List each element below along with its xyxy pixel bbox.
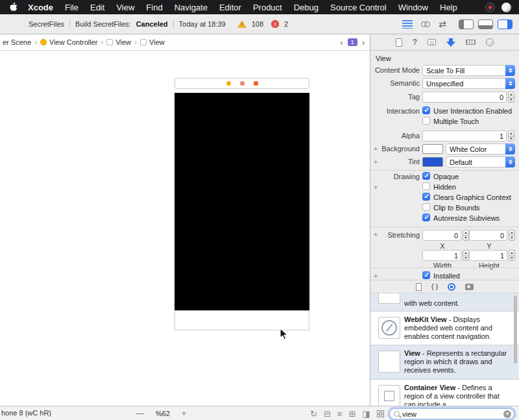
stretch-height-axis-label: Height <box>469 262 509 269</box>
media-library-icon[interactable] <box>465 284 474 290</box>
bottom-view[interactable] <box>175 310 309 330</box>
stretch-x-stepper[interactable] <box>463 230 469 241</box>
stretch-y-stepper[interactable] <box>509 230 515 241</box>
align-icon[interactable]: ≡ <box>337 409 343 419</box>
divider <box>69 19 70 29</box>
screen-recording-icon[interactable] <box>485 3 495 12</box>
multiple-touch-label: Multiple Touch <box>433 117 479 125</box>
list-item[interactable]: View - Represents a rectangular region i… <box>370 345 519 380</box>
menu-window[interactable]: Window <box>398 3 428 12</box>
menu-extra-icon[interactable] <box>501 3 511 12</box>
background-color-well[interactable] <box>422 144 443 154</box>
installed-checkbox[interactable] <box>422 271 430 279</box>
assistant-editor-icon[interactable]: ⇄ <box>439 19 446 29</box>
selected-view[interactable] <box>175 93 309 310</box>
file-templates-icon[interactable] <box>416 283 422 291</box>
menu-help[interactable]: Help <box>440 3 457 12</box>
toggle-navigator-button[interactable] <box>459 19 474 29</box>
library-filter-field[interactable]: ✕ <box>389 408 514 419</box>
multiple-touch-checkbox[interactable] <box>422 117 430 125</box>
toggle-debug-area-button[interactable] <box>478 19 493 29</box>
popup-arrows-icon <box>505 65 515 76</box>
zoom-out-button[interactable]: — <box>136 409 144 418</box>
warning-count[interactable]: 108 <box>252 20 263 28</box>
autoresize-label: Autoresize Subviews <box>433 214 500 222</box>
stretch-y-field[interactable]: 0 <box>469 230 507 241</box>
alpha-field[interactable]: 1 <box>422 130 507 142</box>
clip-to-bounds-checkbox[interactable] <box>422 203 430 211</box>
content-mode-popup[interactable]: Scale To Fill <box>422 65 515 76</box>
scrollbar[interactable] <box>514 295 517 364</box>
simulated-top-bar[interactable] <box>175 78 309 89</box>
stretch-x-field[interactable]: 0 <box>422 230 461 241</box>
connections-inspector-icon[interactable]: → <box>486 38 494 46</box>
menu-find[interactable]: Find <box>146 3 162 12</box>
zoom-in-button[interactable]: + <box>182 409 186 418</box>
stretch-width-stepper[interactable] <box>463 250 469 261</box>
menu-editor[interactable]: Editor <box>219 3 241 12</box>
grid-icon[interactable] <box>377 410 384 417</box>
yellow-dot-icon <box>226 81 231 86</box>
quick-help-icon[interactable]: ? <box>413 38 417 47</box>
add-constraints-icon[interactable]: ⊞ <box>348 409 356 419</box>
toggle-inspector-button[interactable] <box>498 19 513 29</box>
apple-menu-icon[interactable] <box>9 2 18 12</box>
resolve-layout-icon[interactable]: ◨ <box>362 409 370 419</box>
add-variation-button[interactable]: + <box>372 272 379 280</box>
file-inspector-icon[interactable] <box>396 38 402 47</box>
breadcrumb-view-1[interactable]: View <box>106 38 131 46</box>
opaque-label: Opaque <box>433 173 459 180</box>
editor-list-icon[interactable] <box>402 20 413 29</box>
storyboard-canvas[interactable] <box>0 51 370 406</box>
menu-edit[interactable]: Edit <box>90 3 104 12</box>
stretch-height-stepper[interactable] <box>509 250 515 261</box>
list-item[interactable]: WebKit View - Displays embedded web cont… <box>370 312 519 345</box>
tag-stepper[interactable] <box>508 92 514 103</box>
forward-arrow[interactable]: › <box>362 38 365 47</box>
identity-inspector-icon[interactable] <box>428 39 436 45</box>
object-library-icon[interactable] <box>448 283 455 291</box>
error-count[interactable]: 2 <box>284 20 288 28</box>
user-interaction-checkbox[interactable] <box>422 106 430 114</box>
list-item[interactable]: with web content. <box>370 293 519 312</box>
device-config-label[interactable]: hone 8 (wC hR) <box>1 409 51 417</box>
size-inspector-icon[interactable] <box>466 40 476 45</box>
embed-in-icon[interactable]: ⊟ <box>324 409 331 419</box>
version-editor-icon[interactable] <box>421 21 430 27</box>
opaque-checkbox[interactable] <box>422 172 430 180</box>
stretch-height-field[interactable]: 1 <box>469 250 507 261</box>
code-snippets-icon[interactable]: { } <box>431 283 439 290</box>
semantic-popup[interactable]: Unspecified <box>422 78 515 89</box>
menu-product[interactable]: Product <box>253 3 282 12</box>
menu-debug[interactable]: Debug <box>294 3 319 12</box>
issue-badge[interactable]: 1 <box>348 38 357 46</box>
clear-icon[interactable]: ✕ <box>503 410 511 418</box>
filter-input[interactable] <box>402 410 503 418</box>
autoresize-checkbox[interactable] <box>422 214 430 221</box>
hidden-checkbox[interactable] <box>422 182 430 190</box>
tint-popup[interactable]: Default <box>446 156 515 167</box>
breadcrumb-view-controller[interactable]: View Controller <box>40 38 97 46</box>
breadcrumb-view-2[interactable]: View <box>140 38 165 46</box>
list-item[interactable]: Container View - Defines a region of a v… <box>370 380 519 406</box>
update-frames-icon[interactable]: ↻ <box>310 409 317 419</box>
background-popup[interactable]: White Color <box>446 143 515 154</box>
warning-icon[interactable] <box>237 20 247 28</box>
error-icon[interactable]: ! <box>271 20 279 28</box>
menu-app-xcode[interactable]: Xcode <box>28 3 53 12</box>
menu-navigate[interactable]: Navigate <box>175 3 208 12</box>
tint-color-well[interactable] <box>422 157 443 167</box>
breadcrumb-scene[interactable]: er Scene <box>3 38 31 46</box>
menu-view[interactable]: View <box>116 3 134 12</box>
zoom-level[interactable]: %62 <box>156 410 170 417</box>
attributes-inspector-icon[interactable] <box>446 38 455 47</box>
clears-graphics-checkbox[interactable] <box>422 193 430 201</box>
add-variation-button[interactable]: + <box>372 183 379 191</box>
menu-source-control[interactable]: Source Control <box>330 3 387 12</box>
stretch-width-field[interactable]: 1 <box>422 250 461 261</box>
tag-field[interactable]: 0 <box>422 92 507 103</box>
back-arrow[interactable]: ‹ <box>340 38 343 47</box>
stretch-x-axis-label: X <box>422 242 463 250</box>
menu-file[interactable]: File <box>65 3 78 12</box>
alpha-stepper[interactable] <box>508 130 514 142</box>
